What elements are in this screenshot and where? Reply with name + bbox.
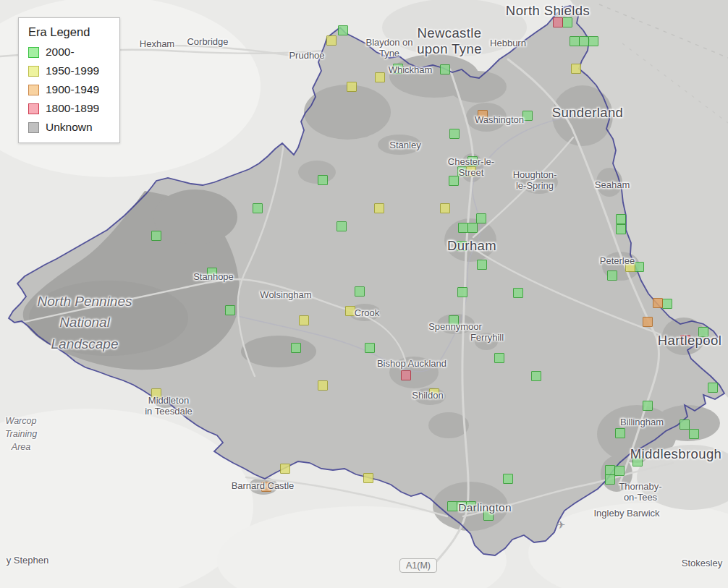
map-marker-yellow[interactable] <box>440 203 450 213</box>
map-marker-green[interactable] <box>338 25 348 35</box>
map-marker-yellow[interactable] <box>375 72 385 82</box>
map-marker-yellow[interactable] <box>151 388 161 399</box>
map-marker-green[interactable] <box>708 383 718 393</box>
map-marker-yellow[interactable] <box>374 203 384 213</box>
map-marker-green[interactable] <box>467 223 478 233</box>
map-marker-green[interactable] <box>680 419 690 430</box>
map-marker-green[interactable] <box>607 270 617 281</box>
map-marker-green[interactable] <box>337 221 347 231</box>
map-marker-green[interactable] <box>643 401 653 411</box>
era-legend: Era Legend 2000-1950-19991900-19491800-1… <box>18 17 120 143</box>
map-marker-red[interactable] <box>553 17 563 27</box>
map-marker-green[interactable] <box>291 343 301 353</box>
legend-item-orange: 1900-1949 <box>28 83 108 96</box>
map-marker-yellow[interactable] <box>625 262 635 272</box>
map-marker-green[interactable] <box>476 213 486 223</box>
legend-label: 1950-1999 <box>46 64 99 77</box>
map-marker-red[interactable] <box>680 335 690 345</box>
map-marker-green[interactable] <box>503 474 513 484</box>
map-marker-green[interactable] <box>225 305 235 315</box>
map-marker-green[interactable] <box>440 64 450 74</box>
map-marker-green[interactable] <box>531 371 541 381</box>
map-marker-yellow[interactable] <box>347 82 357 92</box>
map-marker-yellow[interactable] <box>363 473 373 483</box>
map-marker-orange[interactable] <box>643 317 653 327</box>
map-marker-orange[interactable] <box>478 110 488 120</box>
legend-label: 1900-1949 <box>46 83 99 96</box>
map-marker-green[interactable] <box>579 36 589 46</box>
legend-swatch-red <box>28 103 39 114</box>
map-marker-yellow[interactable] <box>299 315 309 325</box>
map-marker-green[interactable] <box>616 224 626 234</box>
legend-label: 1800-1899 <box>46 102 99 115</box>
map-marker-green[interactable] <box>605 465 615 475</box>
map-marker-green[interactable] <box>466 501 476 511</box>
legend-title: Era Legend <box>28 25 108 39</box>
legend-items: 2000-1950-19991900-19491800-1899Unknown <box>28 46 108 134</box>
map-marker-green[interactable] <box>393 64 403 74</box>
map-marker-green[interactable] <box>662 299 672 309</box>
legend-swatch-unknown <box>28 122 39 133</box>
map-marker-yellow[interactable] <box>318 380 328 391</box>
map-marker-green[interactable] <box>458 223 468 233</box>
map-marker-green[interactable] <box>477 260 487 270</box>
map-marker-green[interactable] <box>449 129 460 139</box>
map-marker-green[interactable] <box>570 36 580 46</box>
map-marker-yellow[interactable] <box>571 64 581 74</box>
map-marker-green[interactable] <box>318 175 328 185</box>
map-marker-green[interactable] <box>615 428 625 438</box>
map-marker-green[interactable] <box>449 315 459 325</box>
map-marker-green[interactable] <box>689 429 699 439</box>
map-marker-green[interactable] <box>634 262 644 272</box>
map-marker-yellow[interactable] <box>466 166 476 176</box>
legend-label: Unknown <box>46 121 93 134</box>
map-marker-green[interactable] <box>365 343 375 353</box>
legend-item-unknown: Unknown <box>28 121 108 134</box>
map-marker-yellow[interactable] <box>345 306 355 316</box>
map-marker-green[interactable] <box>457 501 467 511</box>
map-marker-green[interactable] <box>207 268 217 278</box>
map-marker-yellow[interactable] <box>280 464 290 474</box>
map-marker-green[interactable] <box>457 287 467 297</box>
map-marker-green[interactable] <box>467 156 478 166</box>
map-marker-green[interactable] <box>605 474 615 485</box>
map-marker-green[interactable] <box>447 501 457 511</box>
map-marker-orange[interactable] <box>653 298 663 308</box>
legend-item-red: 1800-1899 <box>28 102 108 115</box>
map-marker-red[interactable] <box>401 370 411 380</box>
map-marker-green[interactable] <box>151 231 161 241</box>
legend-item-yellow: 1950-1999 <box>28 64 108 77</box>
map-marker-green[interactable] <box>355 286 365 297</box>
legend-swatch-yellow <box>28 66 39 77</box>
map-marker-green[interactable] <box>449 176 459 186</box>
map-marker-green[interactable] <box>513 288 523 298</box>
map-marker-green[interactable] <box>588 36 598 46</box>
map-canvas[interactable]: ✈ North ShieldsNewcastle upon TyneSunder… <box>0 0 728 588</box>
map-marker-yellow[interactable] <box>429 388 439 399</box>
map-marker-yellow[interactable] <box>326 35 337 46</box>
legend-swatch-orange <box>28 85 39 95</box>
legend-label: 2000- <box>46 46 75 59</box>
map-marker-green[interactable] <box>616 214 626 224</box>
map-marker-green[interactable] <box>483 511 494 521</box>
map-marker-green[interactable] <box>457 241 467 251</box>
map-marker-green[interactable] <box>494 353 504 363</box>
map-marker-green[interactable] <box>253 203 263 213</box>
map-marker-orange[interactable] <box>261 482 271 492</box>
map-marker-green[interactable] <box>522 111 533 121</box>
map-marker-green[interactable] <box>632 456 643 466</box>
map-marker-green[interactable] <box>562 17 572 27</box>
legend-swatch-green <box>28 47 39 58</box>
legend-item-green: 2000- <box>28 46 108 59</box>
map-marker-green[interactable] <box>614 466 625 476</box>
road-badge-a1m: A1(M) <box>399 558 437 573</box>
map-marker-green[interactable] <box>698 327 708 337</box>
